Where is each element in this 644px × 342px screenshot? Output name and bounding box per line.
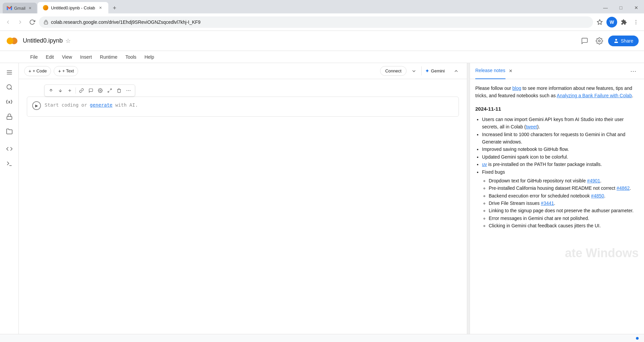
release-item-1: Users can now import Gemini API keys fro… (482, 116, 639, 131)
cell-more[interactable]: ⋯ (124, 86, 133, 95)
svg-rect-15 (7, 116, 12, 119)
sidebar-code-snippets[interactable] (3, 142, 16, 156)
chrome-menu-button[interactable] (631, 17, 641, 27)
add-code-button[interactable]: + + Code (24, 66, 51, 76)
panel-header: Release notes ✕ ⋯ (470, 63, 644, 79)
new-tab-button[interactable]: + (110, 3, 119, 13)
panel-more-button[interactable]: ⋯ (628, 66, 639, 76)
menu-tools[interactable]: Tools (122, 53, 140, 61)
svg-point-21 (100, 90, 101, 91)
menu-view[interactable]: View (59, 53, 75, 61)
sidebar-files[interactable] (3, 125, 16, 138)
panel-content: Please follow our blog to see more infor… (470, 79, 644, 334)
bug-4: Drive File Stream issues #3441. (489, 199, 639, 207)
maximize-button[interactable]: □ (613, 2, 629, 13)
cell-delete[interactable] (115, 86, 123, 95)
gmail-tab-label: Gmail (14, 6, 25, 11)
url-bar[interactable]: colab.research.google.com/drive/1Ehdj9SR… (39, 16, 593, 28)
menu-edit[interactable]: Edit (43, 53, 57, 61)
window-controls: — □ ✕ (598, 2, 644, 13)
bug-3: Backend execution error for scheduled no… (489, 192, 639, 199)
cell-expand[interactable] (105, 86, 114, 95)
share-button[interactable]: Share (608, 36, 639, 46)
address-bar: colab.research.google.com/drive/1Ehdj9SR… (0, 13, 644, 31)
cell-settings[interactable] (96, 86, 105, 95)
generate-link[interactable]: generate (90, 102, 112, 108)
content-area: {x} + (0, 63, 644, 334)
menu-help[interactable]: Help (141, 53, 158, 61)
connect-button[interactable]: Connect (380, 66, 406, 76)
settings-button[interactable] (593, 35, 605, 47)
collapse-panel-button[interactable] (451, 66, 462, 76)
extensions-button[interactable] (619, 17, 629, 27)
right-panel: Release notes ✕ ⋯ Please follow our blog… (470, 63, 644, 334)
panel-close-button[interactable]: ✕ (507, 68, 514, 74)
tab-colab-close[interactable]: ✕ (98, 5, 103, 10)
bug-link-4901[interactable]: #4901 (587, 178, 600, 183)
release-date: 2024-11-11 (475, 105, 639, 113)
cell-placeholder[interactable]: Start coding or generate with AI. (45, 100, 454, 110)
bug-link-3441[interactable]: #3441 (541, 201, 554, 206)
nav-reload[interactable] (27, 17, 38, 27)
cell-add[interactable] (65, 86, 74, 95)
connect-label: Connect (385, 68, 401, 73)
tab-gmail-close-x[interactable]: ✕ (28, 5, 33, 11)
cell-move-up[interactable] (47, 86, 55, 95)
tab-gmail[interactable]: Gmail ✕ (3, 3, 37, 13)
uv-link[interactable]: uv (482, 162, 487, 167)
cell-comment[interactable] (87, 86, 95, 95)
placeholder-text-before: Start coding or (45, 102, 90, 108)
menu-file[interactable]: File (27, 53, 41, 61)
colab-logo (5, 34, 19, 48)
bug-link-4862[interactable]: #4862 (616, 185, 630, 191)
nav-forward[interactable] (15, 17, 25, 27)
gemini-label: Gemini (431, 68, 445, 73)
connect-dropdown-button[interactable] (409, 66, 419, 76)
svg-rect-0 (44, 22, 48, 24)
gemini-star-icon: ✦ (425, 68, 429, 74)
gemini-button[interactable]: ✦ Gemini (421, 66, 448, 75)
bug-link-4850[interactable]: #4850 (591, 193, 604, 198)
svg-line-22 (110, 89, 111, 90)
menu-runtime[interactable]: Runtime (97, 53, 121, 61)
svg-point-8 (598, 40, 600, 42)
profile-button[interactable]: W (606, 17, 617, 27)
menu-insert[interactable]: Insert (77, 53, 95, 61)
cell-run-button[interactable]: ▶ (31, 100, 42, 111)
code-cell[interactable]: ▶ Start coding or generate with AI. (27, 97, 459, 117)
svg-point-3 (636, 21, 636, 22)
bug-7: Clicking in Gemini chat feedback causes … (489, 222, 639, 229)
sidebar-secrets[interactable] (3, 110, 16, 123)
sidebar-terminal[interactable] (3, 157, 16, 170)
svg-point-13 (7, 85, 11, 89)
share-label: Share (621, 38, 633, 44)
lock-icon (44, 20, 48, 24)
tab-colab[interactable]: Untitled0.ipynb - Colab ✕ (38, 2, 109, 13)
nav-back[interactable] (3, 17, 13, 27)
svg-line-23 (108, 91, 109, 92)
bookmark-button[interactable] (594, 17, 605, 27)
sidebar-variables[interactable]: {x} (3, 95, 16, 109)
blog-link[interactable]: blog (513, 86, 521, 91)
sidebar-search[interactable] (3, 80, 16, 94)
release-notes-tab[interactable]: Release notes ✕ (475, 63, 514, 79)
cells-area: ⋯ ▶ Start coding or generate with AI. (19, 79, 467, 334)
bug-5: Linking to the signup page does not pres… (489, 207, 639, 214)
svg-marker-1 (597, 19, 602, 24)
minimize-button[interactable]: — (598, 2, 613, 13)
sidebar-toc[interactable] (3, 66, 16, 79)
tweet-link[interactable]: tweet (526, 124, 537, 129)
close-button[interactable]: ✕ (629, 2, 644, 13)
cell-link[interactable] (77, 86, 86, 95)
intro-text: Please follow our blog to see more infor… (475, 84, 639, 100)
url-text: colab.research.google.com/drive/1Ehdj9SR… (51, 19, 588, 25)
add-code-label: + Code (33, 68, 47, 73)
comments-button[interactable] (579, 35, 591, 47)
add-text-button[interactable]: + + Text (54, 66, 78, 76)
tab-colab-label: Untitled0.ipynb - Colab (51, 5, 95, 10)
svg-line-14 (10, 89, 12, 90)
notebook-link[interactable]: Analyzing a Bank Failure with Colab (557, 93, 632, 98)
cell-move-down[interactable] (56, 86, 65, 95)
placeholder-text-after: with AI. (112, 102, 138, 108)
star-icon[interactable]: ☆ (65, 37, 71, 45)
